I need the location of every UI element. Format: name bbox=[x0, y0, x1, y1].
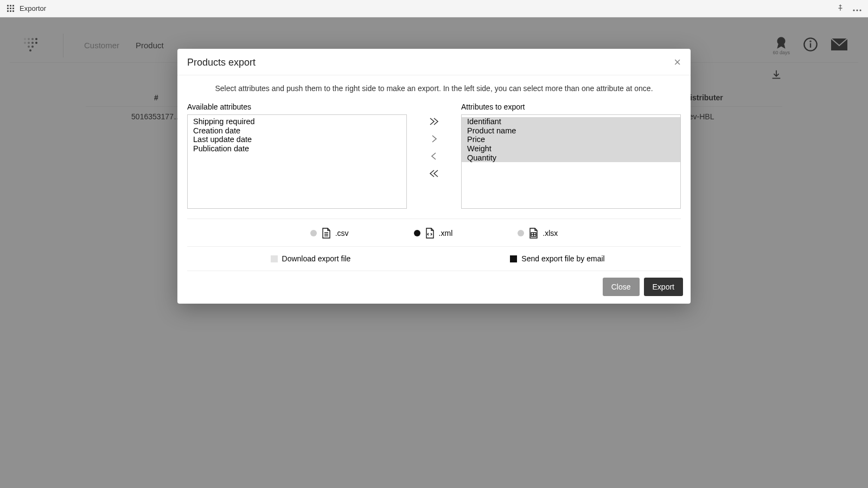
svg-rect-5 bbox=[12, 8, 14, 9]
email-label: Send export file by email bbox=[521, 254, 604, 263]
svg-rect-0 bbox=[7, 5, 9, 7]
format-csv-label: .csv bbox=[335, 229, 349, 237]
more-icon[interactable] bbox=[853, 4, 861, 14]
format-xml[interactable]: .xml bbox=[414, 228, 453, 239]
format-xlsx-label: .xlsx bbox=[542, 229, 558, 237]
checkbox-icon bbox=[510, 255, 517, 262]
svg-point-9 bbox=[853, 9, 854, 11]
move-right-button[interactable] bbox=[426, 133, 442, 145]
window-titlebar: Exportor bbox=[0, 0, 868, 17]
list-item[interactable]: Quantity bbox=[462, 153, 680, 163]
available-label: Available attributes bbox=[187, 102, 407, 111]
svg-rect-1 bbox=[10, 5, 11, 7]
radio-icon bbox=[518, 230, 524, 236]
svg-rect-2 bbox=[12, 5, 14, 7]
file-code-icon bbox=[425, 228, 435, 239]
modal-footer: Close Export bbox=[177, 271, 691, 304]
list-item[interactable]: Creation date bbox=[188, 126, 406, 136]
download-label: Download export file bbox=[282, 254, 351, 263]
svg-point-10 bbox=[856, 9, 858, 11]
list-item[interactable]: Publication date bbox=[188, 144, 406, 153]
list-item[interactable]: Price bbox=[462, 135, 680, 144]
dual-list: Available attributes Shipping required C… bbox=[187, 102, 681, 209]
list-item[interactable]: Shipping required bbox=[188, 117, 406, 126]
move-all-right-button[interactable] bbox=[426, 115, 442, 127]
available-listbox[interactable]: Shipping required Creation date Last upd… bbox=[187, 114, 407, 209]
checkbox-icon bbox=[271, 255, 278, 262]
svg-rect-4 bbox=[10, 8, 11, 9]
email-checkbox[interactable]: Send export file by email bbox=[510, 254, 604, 263]
pin-icon[interactable] bbox=[837, 4, 844, 14]
move-left-button[interactable] bbox=[426, 150, 442, 162]
export-label: Attributes to export bbox=[461, 102, 681, 111]
modal-title: Products export bbox=[187, 57, 256, 68]
svg-rect-6 bbox=[7, 10, 9, 12]
download-checkbox[interactable]: Download export file bbox=[271, 254, 351, 263]
export-modal: Products export × Select attributes and … bbox=[177, 49, 691, 304]
format-row: .csv .xml .xlsx bbox=[187, 219, 681, 247]
list-item[interactable]: Product name bbox=[462, 126, 680, 136]
list-item[interactable]: Identifiant bbox=[462, 117, 680, 126]
window-title: Exportor bbox=[20, 4, 46, 12]
list-item[interactable]: Weight bbox=[462, 144, 680, 153]
format-xml-label: .xml bbox=[439, 229, 453, 237]
close-button[interactable]: Close bbox=[603, 278, 640, 296]
svg-point-11 bbox=[859, 9, 861, 11]
radio-icon bbox=[414, 230, 420, 236]
format-csv[interactable]: .csv bbox=[310, 228, 349, 239]
file-spreadsheet-icon bbox=[528, 228, 538, 239]
list-item[interactable]: Last update date bbox=[188, 135, 406, 144]
move-controls bbox=[407, 102, 461, 179]
svg-rect-3 bbox=[7, 8, 9, 9]
export-listbox[interactable]: Identifiant Product name Price Weight Qu… bbox=[461, 114, 681, 209]
file-text-icon bbox=[321, 228, 331, 239]
radio-icon bbox=[310, 230, 317, 236]
move-all-left-button[interactable] bbox=[426, 168, 442, 179]
app-grid-icon bbox=[7, 4, 15, 13]
delivery-row: Download export file Send export file by… bbox=[187, 247, 681, 271]
modal-instruction: Select attributes and push them to the r… bbox=[187, 84, 681, 93]
close-icon[interactable]: × bbox=[674, 56, 681, 68]
format-xlsx[interactable]: .xlsx bbox=[518, 228, 558, 239]
export-button[interactable]: Export bbox=[644, 278, 683, 296]
svg-rect-7 bbox=[10, 10, 11, 12]
svg-rect-8 bbox=[12, 10, 14, 12]
modal-header: Products export × bbox=[177, 49, 691, 75]
